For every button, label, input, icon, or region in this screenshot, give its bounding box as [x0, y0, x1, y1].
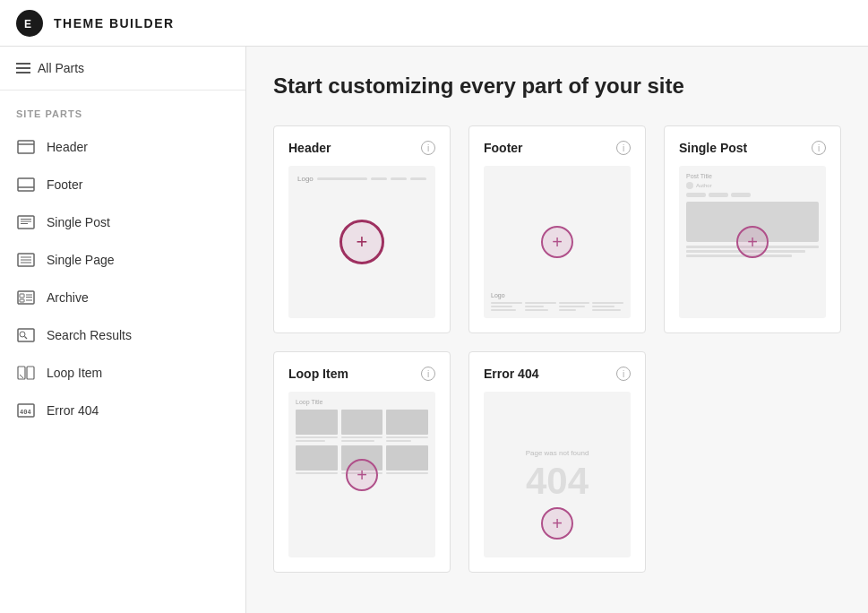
error-404-add-button[interactable]: + [541, 507, 573, 540]
card-header-title: Header [288, 141, 331, 155]
sidebar-item-search-results-label: Search Results [47, 328, 132, 342]
card-loop-item-preview: Loop Title [288, 392, 435, 557]
sidebar-item-search-results[interactable]: Search Results [0, 316, 245, 354]
sidebar-item-footer-label: Footer [47, 177, 82, 192]
app-logo: E [16, 10, 43, 37]
sidebar-item-single-page[interactable]: Single Page [0, 241, 245, 279]
card-error-404-header: Error 404 i [484, 367, 631, 381]
header-add-plus-icon: + [357, 232, 368, 252]
card-header-header: Header i [288, 141, 435, 155]
page-title: Start customizing every part of your sit… [273, 73, 841, 99]
sidebar-item-footer[interactable]: Footer [0, 166, 245, 203]
all-parts-label: All Parts [38, 61, 84, 75]
single-post-add-plus-icon: + [747, 233, 758, 251]
sidebar-item-loop-item-label: Loop Item [47, 366, 102, 380]
card-header: Header i Logo + [273, 125, 451, 333]
svg-rect-14 [20, 294, 24, 298]
svg-rect-5 [18, 216, 34, 229]
footer-add-plus-icon: + [552, 233, 563, 251]
error-not-found-text: Page was not found [526, 449, 589, 457]
card-single-post-info-icon[interactable]: i [812, 141, 826, 155]
main-content: Start customizing every part of your sit… [246, 47, 868, 613]
card-header-info-icon[interactable]: i [421, 141, 435, 155]
svg-rect-23 [27, 367, 34, 379]
sidebar-item-single-page-label: Single Page [47, 253, 115, 267]
archive-icon [16, 288, 36, 307]
error-404-icon: 404 [16, 401, 36, 420]
sidebar-item-archive[interactable]: Archive [0, 279, 245, 316]
sidebar-item-single-post[interactable]: Single Post [0, 203, 245, 241]
header-mockup: Logo [297, 175, 426, 188]
site-parts-section-title: SITE PARTS [0, 91, 245, 128]
card-footer-title: Footer [484, 141, 523, 155]
svg-line-21 [25, 337, 28, 340]
card-error-404-preview: Page was not found 404 + [484, 392, 631, 557]
search-results-icon [16, 325, 36, 345]
card-error-404: Error 404 i Page was not found 404 + [468, 351, 646, 573]
header-icon [16, 137, 36, 157]
card-header-preview: Logo + [288, 166, 435, 318]
topbar: E THEME BUILDER [0, 0, 868, 47]
hamburger-icon [16, 63, 30, 73]
card-error-404-info-icon[interactable]: i [616, 367, 631, 381]
footer-mockup: Logo [491, 292, 623, 311]
sidebar: All Parts SITE PARTS Header Footer [0, 47, 246, 613]
loop-item-add-button[interactable]: + [346, 459, 378, 491]
svg-point-20 [20, 332, 25, 337]
footer-add-button[interactable]: + [541, 226, 573, 258]
sidebar-item-archive-label: Archive [47, 290, 89, 305]
card-footer-info-icon[interactable]: i [616, 141, 631, 155]
cards-grid: Header i Logo + [273, 125, 841, 573]
sidebar-item-header-label: Header [47, 140, 88, 154]
footer-icon [16, 175, 36, 194]
app-title: THEME BUILDER [54, 16, 175, 30]
card-single-post-title: Single Post [679, 141, 747, 155]
single-page-icon [16, 250, 36, 270]
card-single-post-header: Single Post i [679, 141, 826, 155]
layout: All Parts SITE PARTS Header Footer [0, 47, 868, 613]
sidebar-item-error-404-label: Error 404 [47, 403, 99, 418]
card-loop-item-title: Loop Item [288, 367, 348, 381]
svg-rect-1 [18, 141, 34, 153]
svg-rect-3 [18, 178, 34, 191]
card-footer-header: Footer i [484, 141, 631, 155]
loop-item-add-plus-icon: + [357, 466, 367, 484]
card-loop-item-header: Loop Item i [288, 367, 435, 381]
loop-item-icon [16, 363, 36, 383]
header-add-button[interactable]: + [339, 220, 384, 264]
error-404-add-plus-icon: + [552, 514, 563, 532]
card-single-post: Single Post i Post Title Author [664, 125, 841, 333]
card-footer: Footer i + Logo [468, 125, 646, 333]
single-post-icon [16, 212, 36, 232]
svg-text:E: E [24, 18, 31, 30]
error-404-number: 404 [526, 462, 589, 500]
svg-line-24 [20, 375, 23, 378]
svg-rect-15 [20, 299, 24, 302]
card-loop-item-info-icon[interactable]: i [421, 367, 435, 381]
all-parts-button[interactable]: All Parts [0, 47, 245, 91]
card-error-404-title: Error 404 [484, 367, 538, 381]
sidebar-item-single-post-label: Single Post [47, 215, 110, 229]
sidebar-item-header[interactable]: Header [0, 128, 245, 166]
svg-text:404: 404 [20, 409, 31, 416]
card-loop-item: Loop Item i Loop Title [273, 351, 451, 573]
sidebar-item-error-404[interactable]: 404 Error 404 [0, 392, 245, 429]
sidebar-item-loop-item[interactable]: Loop Item [0, 354, 245, 392]
svg-rect-22 [18, 367, 25, 379]
single-post-add-button[interactable]: + [736, 226, 769, 258]
card-footer-preview: + Logo [484, 166, 631, 318]
card-single-post-preview: Post Title Author [679, 166, 826, 318]
